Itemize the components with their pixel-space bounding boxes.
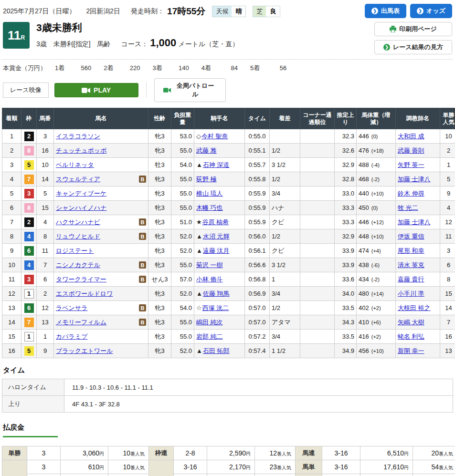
- jockey-link[interactable]: 西塚 洸二: [202, 304, 229, 311]
- trainer-link[interactable]: 伊坂 重信: [398, 233, 424, 240]
- jockey-link[interactable]: 菊沢 一樹: [196, 261, 223, 269]
- body-weight: 446: [359, 133, 369, 140]
- frame-cell: 5: [21, 158, 37, 172]
- jockey-link[interactable]: 谷原 柚希: [202, 218, 229, 226]
- jockey-link[interactable]: 嶋田 純次: [196, 319, 223, 326]
- trainer-link[interactable]: 新開 幸一: [398, 347, 424, 354]
- frame-cell: 8: [21, 201, 37, 215]
- horse-link[interactable]: ベルリネッタ: [56, 161, 94, 169]
- horse-link[interactable]: キャンディブーケ: [56, 189, 106, 198]
- play-button[interactable]: PLAY: [54, 83, 138, 97]
- jockey-link[interactable]: 水沼 元輝: [203, 233, 230, 240]
- trainer-link[interactable]: 小手川 準: [398, 290, 424, 297]
- horse-link[interactable]: リュウノヒルド: [56, 232, 100, 241]
- jockey-link[interactable]: 小林 脩斗: [196, 276, 223, 283]
- finish-position: 9: [2, 244, 21, 258]
- body-weight-cell: 480 (+14): [357, 287, 396, 301]
- horse-link[interactable]: カパラミプ: [56, 332, 88, 341]
- trainer-link[interactable]: 加藤 士津八: [398, 176, 431, 183]
- time-row-value: 4F 43.1 - 3F 32.8: [64, 396, 453, 413]
- jockey-link[interactable]: 佐藤 翔馬: [203, 290, 230, 297]
- horse-link[interactable]: ハクサンハナビ: [56, 218, 100, 227]
- horse-link[interactable]: ロジステート: [56, 247, 94, 255]
- race-result-page: 2025年7月27日（日曜） 2回新潟2日 発走時刻： 17時55分 天候 晴 …: [0, 0, 455, 476]
- finish-position: 5: [2, 186, 21, 201]
- trainer-link[interactable]: 嘉藤 貴行: [398, 276, 424, 283]
- entries-button[interactable]: ❯ 出馬表: [365, 4, 406, 18]
- body-weight: 456: [359, 347, 369, 354]
- body-weight-cell: 468 (-2): [357, 172, 396, 186]
- frame-number-badge: 7: [24, 318, 34, 327]
- jockey-cell: ▲遠藤 汰月: [194, 244, 245, 258]
- jockey-cell: 小林 脩斗: [194, 272, 245, 287]
- trainer-link[interactable]: 尾形 和幸: [398, 247, 424, 254]
- trainer-link[interactable]: 蛯名 利弘: [398, 333, 424, 340]
- odds-button[interactable]: ❯ オッズ: [410, 4, 452, 18]
- last-3f: 33.6: [335, 272, 357, 287]
- result-row: 724ハクサンハナビB牝351.0★谷原 柚希0:55.9クビ33.3446 (…: [2, 215, 455, 229]
- win-popularity: 7: [440, 315, 455, 330]
- popularity-suffix: 番人気: [277, 465, 291, 470]
- horse-name-wrap: ロジステート: [56, 247, 146, 255]
- trainer-link[interactable]: 矢野 英一: [398, 161, 424, 168]
- results-column-header: 単勝人気: [440, 108, 455, 129]
- blinker-badge: B: [139, 218, 146, 226]
- horse-link[interactable]: ブラックエトワール: [56, 347, 113, 355]
- body-weight-cell: 456 (+10): [357, 344, 396, 358]
- trainer-cell: 尾形 和幸: [396, 244, 440, 258]
- trainer-link[interactable]: 清水 英克: [398, 261, 424, 269]
- trainer-link[interactable]: 大和田 成: [398, 133, 424, 140]
- finish-time: 0:56.0: [245, 229, 270, 244]
- trainer-link[interactable]: 牧 光二: [398, 204, 418, 211]
- jockey-link[interactable]: 遠藤 汰月: [203, 247, 230, 254]
- trainer-cell: 鈴木 伸尋: [396, 186, 440, 201]
- jockey-link[interactable]: 石神 深道: [203, 161, 230, 168]
- horse-link[interactable]: エスポワールドロワ: [56, 290, 113, 298]
- sex-age: 牡3: [148, 158, 171, 172]
- horse-link[interactable]: ラベンサラ: [56, 304, 88, 312]
- sex-age: 牝3: [148, 229, 171, 244]
- frame-number-badge: 4: [24, 260, 34, 270]
- jockey-link[interactable]: 荻野 極: [196, 176, 217, 183]
- win-popularity: 10: [440, 129, 455, 144]
- horse-name-wrap: メモリーフィルムB: [56, 318, 146, 327]
- trainer-link[interactable]: 鈴木 伸尋: [398, 190, 424, 197]
- result-row: 848リュウノヒルドB牝352.0▲水沼 元輝0:56.01/232.9448 …: [2, 229, 455, 244]
- margin: 3/4: [270, 330, 300, 344]
- weather-label: 天候: [212, 6, 232, 17]
- jockey-link[interactable]: 今村 聖奈: [201, 133, 228, 140]
- trainer-link[interactable]: 大根田 裕之: [398, 304, 431, 311]
- sex-age: 牝3: [148, 172, 171, 186]
- patrol-video-button[interactable]: 全周パトロール: [154, 78, 226, 102]
- print-page-button[interactable]: 印刷用ページ: [374, 22, 452, 36]
- sex-age: 牝3: [148, 301, 171, 315]
- jockey-link[interactable]: 横山 琉人: [196, 190, 223, 197]
- jockey-apprentice-mark: ★: [196, 218, 202, 226]
- horse-name-cell: シャンハイノハナ: [54, 201, 148, 215]
- jockey-link[interactable]: 石田 拓郎: [203, 347, 230, 354]
- frame-cell: 6: [21, 301, 37, 315]
- jockey-link[interactable]: 武藤 雅: [196, 147, 217, 154]
- horse-link[interactable]: シャンハイノハナ: [56, 204, 106, 212]
- jockey-link[interactable]: 岩部 純二: [196, 333, 223, 340]
- horse-link[interactable]: チュッチュポッポ: [56, 146, 106, 155]
- horse-link[interactable]: イスラコラソン: [56, 132, 100, 141]
- entries-button-label: 出馬表: [381, 7, 400, 15]
- result-guide-button[interactable]: ❯ レース結果の見方: [374, 40, 452, 54]
- payout-popularity: 10番人気: [108, 460, 149, 474]
- yen-suffix: 円: [99, 451, 104, 456]
- horse-link[interactable]: ニシノカクテル: [56, 261, 100, 269]
- body-weight-cell: 446 (+12): [357, 215, 396, 229]
- trainer-link[interactable]: 武藤 善則: [398, 147, 424, 154]
- last-3f: 32.8: [335, 172, 357, 186]
- trainer-link[interactable]: 加藤 士津八: [398, 218, 431, 226]
- body-weight-diff: (-2): [370, 176, 380, 182]
- horse-link[interactable]: タワークライマー: [56, 275, 106, 284]
- arrow-circle-icon: ❯: [383, 44, 390, 51]
- start-time-value: 17時55分: [167, 5, 205, 18]
- horse-link[interactable]: メモリーフィルム: [56, 318, 106, 327]
- horse-link[interactable]: スウェルティア: [56, 175, 100, 184]
- jockey-link[interactable]: 木幡 巧也: [196, 204, 223, 211]
- trainer-link[interactable]: 矢嶋 大樹: [398, 319, 424, 326]
- horse-name-wrap: ハクサンハナビB: [56, 218, 146, 227]
